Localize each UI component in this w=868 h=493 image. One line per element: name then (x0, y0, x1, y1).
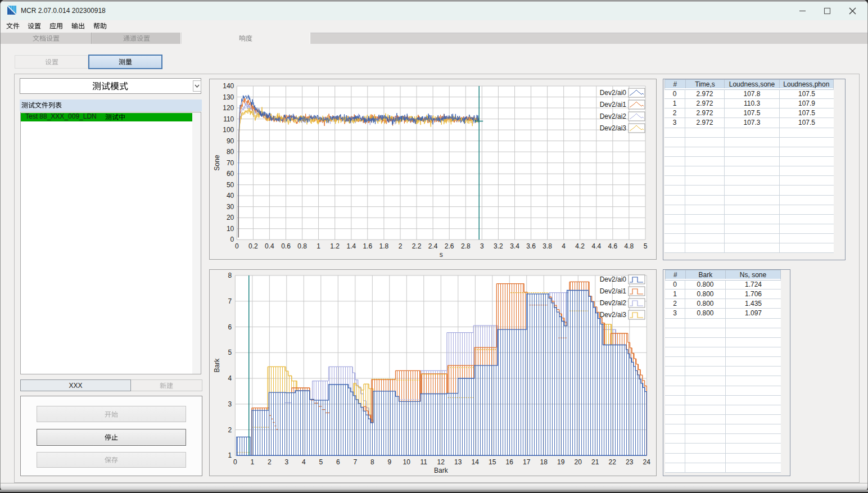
svg-text:18: 18 (540, 458, 548, 466)
svg-text:2: 2 (399, 242, 403, 250)
svg-text:17: 17 (523, 458, 531, 466)
svg-text:0: 0 (233, 458, 237, 466)
svg-text:100: 100 (223, 126, 234, 134)
svg-text:0: 0 (235, 242, 239, 250)
svg-text:7: 7 (228, 297, 232, 305)
svg-text:5: 5 (228, 349, 232, 356)
svg-text:s: s (440, 251, 443, 259)
svg-text:Bark: Bark (434, 467, 449, 474)
svg-text:Dev2/ai2: Dev2/ai2 (600, 299, 627, 307)
svg-text:4: 4 (562, 242, 566, 250)
svg-text:2: 2 (228, 426, 232, 434)
svg-text:4: 4 (302, 458, 306, 466)
svg-text:2.8: 2.8 (461, 242, 471, 250)
svg-text:1.8: 1.8 (379, 242, 389, 250)
svg-text:3: 3 (228, 400, 232, 408)
svg-text:3: 3 (284, 458, 288, 466)
svg-text:140: 140 (223, 82, 234, 90)
svg-text:120: 120 (223, 104, 234, 112)
svg-text:Dev2/ai0: Dev2/ai0 (600, 275, 627, 283)
svg-text:1: 1 (317, 242, 320, 250)
svg-text:0: 0 (230, 236, 234, 243)
svg-text:2.4: 2.4 (428, 242, 438, 250)
svg-text:15: 15 (489, 458, 496, 466)
svg-text:130: 130 (223, 93, 234, 101)
svg-text:6: 6 (228, 323, 232, 331)
svg-text:3.6: 3.6 (526, 242, 536, 250)
svg-text:40: 40 (227, 192, 234, 200)
svg-text:80: 80 (227, 148, 234, 156)
svg-text:2: 2 (268, 458, 272, 466)
svg-text:7: 7 (353, 458, 357, 466)
svg-text:5: 5 (644, 242, 648, 250)
svg-text:1: 1 (228, 451, 232, 459)
svg-text:13: 13 (454, 458, 462, 466)
svg-text:70: 70 (227, 159, 234, 167)
svg-text:11: 11 (421, 458, 428, 466)
svg-text:1: 1 (250, 458, 254, 466)
svg-text:24: 24 (643, 458, 651, 466)
svg-text:4.2: 4.2 (575, 242, 585, 250)
svg-text:3.8: 3.8 (542, 242, 552, 250)
svg-text:20: 20 (227, 214, 234, 221)
svg-text:110: 110 (223, 115, 234, 123)
svg-text:9: 9 (387, 458, 391, 466)
svg-text:0.4: 0.4 (265, 242, 274, 250)
svg-text:Dev2/ai2: Dev2/ai2 (600, 112, 627, 120)
svg-text:2.6: 2.6 (445, 242, 454, 250)
svg-text:10: 10 (403, 458, 411, 466)
svg-text:4: 4 (228, 374, 232, 382)
svg-text:0.2: 0.2 (248, 242, 258, 250)
svg-text:5: 5 (319, 458, 323, 466)
svg-text:22: 22 (609, 458, 617, 466)
svg-text:Dev2/ai3: Dev2/ai3 (600, 124, 627, 132)
svg-text:2.2: 2.2 (412, 242, 422, 250)
svg-text:14: 14 (472, 458, 480, 466)
svg-text:21: 21 (591, 458, 599, 466)
svg-text:30: 30 (227, 203, 234, 211)
svg-text:23: 23 (626, 458, 634, 466)
svg-text:3: 3 (480, 242, 484, 250)
svg-text:4.6: 4.6 (608, 242, 618, 250)
svg-text:Dev2/ai0: Dev2/ai0 (600, 89, 627, 97)
svg-text:Sone: Sone (213, 155, 221, 170)
svg-text:6: 6 (336, 458, 340, 466)
svg-text:1.6: 1.6 (363, 242, 372, 250)
svg-text:10: 10 (227, 225, 234, 233)
svg-text:0.6: 0.6 (281, 242, 291, 250)
svg-text:Dev2/ai1: Dev2/ai1 (600, 287, 627, 295)
svg-text:Bark: Bark (213, 358, 221, 373)
svg-text:4.8: 4.8 (625, 242, 634, 250)
svg-text:0.8: 0.8 (297, 242, 307, 250)
svg-text:90: 90 (227, 137, 234, 145)
svg-text:8: 8 (228, 272, 232, 279)
svg-text:1.4: 1.4 (346, 242, 356, 250)
svg-text:50: 50 (227, 181, 234, 189)
svg-text:4.4: 4.4 (591, 242, 601, 250)
svg-text:12: 12 (437, 458, 445, 466)
svg-text:16: 16 (506, 458, 514, 466)
svg-text:Dev2/ai1: Dev2/ai1 (600, 101, 627, 108)
svg-text:1.2: 1.2 (330, 242, 340, 250)
svg-text:20: 20 (575, 458, 582, 466)
svg-text:Dev2/ai3: Dev2/ai3 (600, 311, 627, 319)
svg-text:19: 19 (557, 458, 565, 466)
svg-text:8: 8 (370, 458, 374, 466)
svg-text:60: 60 (227, 170, 234, 178)
svg-text:3.4: 3.4 (510, 242, 519, 250)
svg-text:3.2: 3.2 (494, 242, 503, 250)
